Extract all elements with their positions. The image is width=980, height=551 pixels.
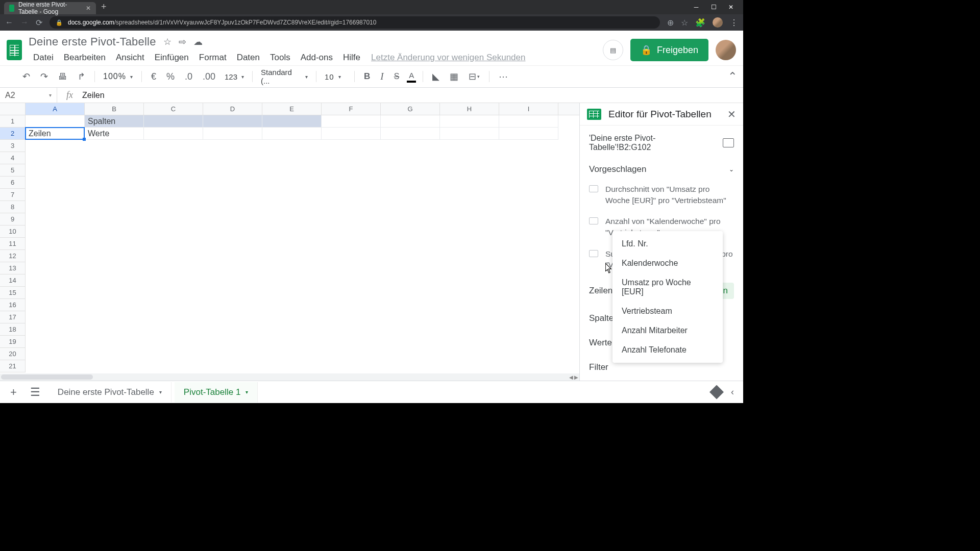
col-header-e[interactable]: E bbox=[262, 103, 322, 115]
collapse-toolbar-icon[interactable]: ⌃ bbox=[728, 70, 737, 83]
explore-button[interactable] bbox=[709, 385, 724, 399]
more-toolbar-icon[interactable]: ⋯ bbox=[496, 69, 511, 84]
cloud-icon[interactable]: ☁ bbox=[193, 36, 203, 47]
cell[interactable] bbox=[26, 115, 85, 128]
spreadsheet-grid[interactable]: A B C D E F G H I 1 2 3 4 5 6 7 8 9 10 1… bbox=[0, 103, 580, 381]
maximize-window-icon[interactable]: ☐ bbox=[710, 4, 717, 10]
zoom-select[interactable]: 100%▾ bbox=[101, 72, 135, 81]
suggestion-item[interactable]: Durchschnitt von "Umsatz pro Woche [EUR]… bbox=[580, 179, 743, 211]
field-option[interactable]: Vertriebsteam bbox=[612, 302, 723, 321]
row-header[interactable]: 4 bbox=[0, 152, 26, 164]
row-header[interactable]: 13 bbox=[0, 262, 26, 274]
inc-decimal-button[interactable]: .00 bbox=[200, 69, 218, 84]
row-header[interactable]: 5 bbox=[0, 164, 26, 177]
italic-button[interactable]: I bbox=[377, 69, 386, 84]
row-header[interactable]: 11 bbox=[0, 238, 26, 250]
all-sheets-button[interactable]: ☰ bbox=[25, 383, 45, 402]
row-header[interactable]: 9 bbox=[0, 213, 26, 226]
cell[interactable] bbox=[262, 128, 322, 140]
text-color-button[interactable]: A bbox=[406, 69, 416, 85]
close-tab-icon[interactable]: ✕ bbox=[86, 5, 91, 12]
minimize-window-icon[interactable]: ─ bbox=[693, 4, 699, 10]
new-tab-button[interactable]: + bbox=[96, 2, 112, 14]
profile-avatar-icon[interactable] bbox=[713, 17, 723, 28]
row-header[interactable]: 15 bbox=[0, 287, 26, 299]
cell[interactable] bbox=[440, 115, 499, 128]
field-option[interactable]: Umsatz pro Woche [EUR] bbox=[612, 273, 723, 302]
menu-hilfe[interactable]: Hilfe bbox=[338, 51, 365, 65]
row-header[interactable]: 14 bbox=[0, 274, 26, 287]
row-header[interactable]: 21 bbox=[0, 360, 26, 372]
extensions-icon[interactable]: 🧩 bbox=[695, 18, 705, 28]
suggestions-header[interactable]: Vorgeschlagen⌄ bbox=[580, 160, 743, 179]
redo-button[interactable]: ↷ bbox=[37, 69, 51, 84]
sheet-tab-active[interactable]: Pivot-Tabelle 1▾ bbox=[175, 382, 258, 403]
menu-ansicht[interactable]: Ansicht bbox=[111, 51, 149, 65]
cell[interactable] bbox=[381, 128, 440, 140]
col-header-a[interactable]: A bbox=[26, 103, 85, 115]
cell[interactable] bbox=[499, 128, 558, 140]
print-button[interactable]: 🖶 bbox=[55, 69, 70, 84]
last-edit-link[interactable]: Letzte Änderung vor wenigen Sekunden bbox=[366, 51, 530, 65]
menu-addons[interactable]: Add-ons bbox=[296, 51, 337, 65]
share-button[interactable]: 🔒 Freigeben bbox=[630, 39, 708, 61]
cell[interactable] bbox=[144, 115, 203, 128]
borders-button[interactable]: ▦ bbox=[447, 69, 461, 84]
row-header[interactable]: 7 bbox=[0, 189, 26, 201]
format-select[interactable]: 123▾ bbox=[223, 72, 246, 81]
col-header-b[interactable]: B bbox=[85, 103, 144, 115]
scroll-left-icon[interactable]: ◀ bbox=[569, 374, 573, 380]
row-header[interactable]: 3 bbox=[0, 140, 26, 152]
formula-input[interactable]: Zeilen bbox=[82, 91, 105, 100]
bookmark-icon[interactable]: ☆ bbox=[681, 18, 688, 28]
bold-button[interactable]: B bbox=[361, 69, 373, 84]
menu-tools[interactable]: Tools bbox=[265, 51, 295, 65]
row-header[interactable]: 8 bbox=[0, 201, 26, 213]
cell[interactable]: Spalten bbox=[85, 115, 144, 128]
col-header-f[interactable]: F bbox=[322, 103, 381, 115]
move-icon[interactable]: ⇨ bbox=[179, 36, 186, 47]
row-header[interactable]: 6 bbox=[0, 177, 26, 189]
field-option[interactable]: Anzahl Mitarbeiter bbox=[612, 321, 723, 340]
zoom-reset-icon[interactable]: ⊕ bbox=[667, 18, 674, 28]
browser-tab[interactable]: Deine erste Pivot-Tabelle - Goog ✕ bbox=[4, 2, 96, 14]
row-header[interactable]: 17 bbox=[0, 311, 26, 323]
field-option[interactable]: Kalenderwoche bbox=[612, 254, 723, 273]
menu-einfuegen[interactable]: Einfügen bbox=[150, 51, 193, 65]
pivot-range-input[interactable]: 'Deine erste Pivot-Tabelle'!B2:G102 bbox=[580, 126, 743, 160]
row-header[interactable]: 16 bbox=[0, 299, 26, 311]
horizontal-scrollbar[interactable] bbox=[0, 373, 579, 381]
col-header-g[interactable]: G bbox=[381, 103, 440, 115]
col-header-h[interactable]: H bbox=[440, 103, 499, 115]
cell-handle[interactable] bbox=[83, 138, 86, 141]
row-header[interactable]: 1 bbox=[0, 115, 26, 128]
star-icon[interactable]: ☆ bbox=[163, 36, 172, 47]
sheets-logo-icon[interactable] bbox=[4, 36, 24, 64]
percent-button[interactable]: % bbox=[163, 69, 178, 84]
sheet-tab[interactable]: Deine erste Pivot-Tabelle▾ bbox=[48, 382, 172, 403]
cell[interactable]: Werte bbox=[85, 128, 144, 140]
row-header[interactable]: 18 bbox=[0, 323, 26, 336]
field-option[interactable]: Lfd. Nr. bbox=[612, 234, 723, 254]
cell[interactable] bbox=[144, 128, 203, 140]
row-header[interactable]: 20 bbox=[0, 348, 26, 360]
cell[interactable] bbox=[381, 115, 440, 128]
expand-side-panel-icon[interactable]: ‹ bbox=[727, 387, 738, 397]
paint-format-button[interactable]: ↱ bbox=[75, 69, 88, 84]
cell[interactable] bbox=[203, 115, 262, 128]
col-header-i[interactable]: I bbox=[499, 103, 558, 115]
account-avatar-icon[interactable] bbox=[716, 40, 736, 60]
cell[interactable] bbox=[440, 128, 499, 140]
font-select[interactable]: Standard (...▾ bbox=[259, 68, 310, 85]
col-header-c[interactable]: C bbox=[144, 103, 203, 115]
menu-format[interactable]: Format bbox=[194, 51, 231, 65]
name-box[interactable]: A2▾ bbox=[0, 88, 57, 103]
cell[interactable] bbox=[203, 128, 262, 140]
cell[interactable] bbox=[322, 115, 381, 128]
range-picker-icon[interactable] bbox=[723, 138, 734, 147]
doc-title[interactable]: Deine erste Pivot-Tabelle bbox=[29, 35, 156, 48]
cell[interactable] bbox=[262, 115, 322, 128]
col-header-d[interactable]: D bbox=[203, 103, 262, 115]
row-header[interactable]: 2 bbox=[0, 128, 26, 140]
dec-decimal-button[interactable]: .0 bbox=[182, 69, 195, 84]
